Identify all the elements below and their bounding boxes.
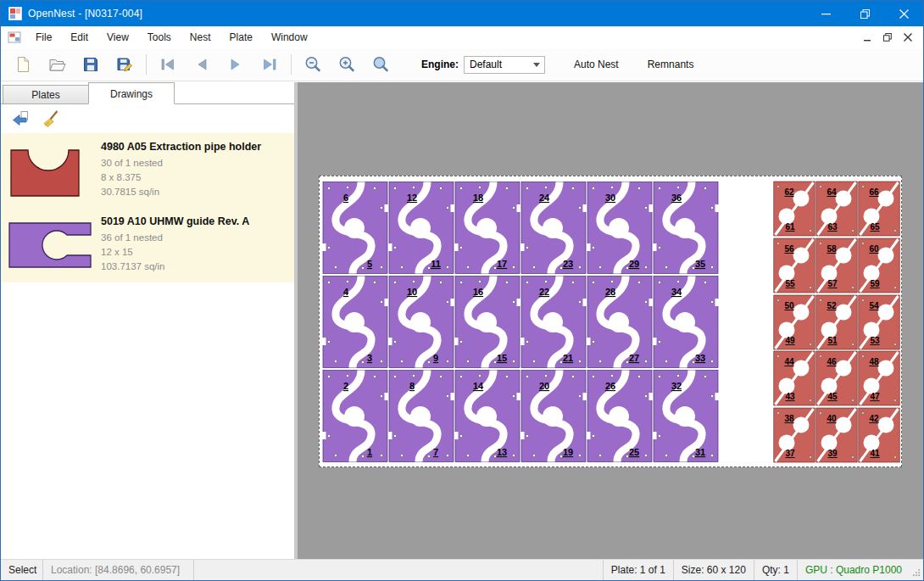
part-pair-shape: 2423 [520, 181, 587, 275]
clear-drawings-button[interactable] [40, 108, 62, 130]
mdi-restore-button[interactable] [877, 29, 898, 46]
tab-plates[interactable]: Plates [3, 85, 89, 104]
part-pair-shape: 4443 [773, 350, 815, 406]
nest-part-pair[interactable]: 1211 [388, 181, 454, 275]
nest-part-pair[interactable]: 3231 [653, 369, 719, 463]
previous-plate-button[interactable] [185, 51, 219, 78]
new-button[interactable] [6, 51, 40, 78]
document-icon [8, 31, 21, 44]
part-pair-shape: 43 [322, 275, 388, 369]
part-number: 52 [827, 301, 837, 310]
zoom-in-icon [337, 55, 356, 74]
zoom-out-button[interactable] [296, 51, 330, 78]
import-drawing-button[interactable] [9, 108, 31, 130]
drawing-area: 103.7137 sq/in [101, 260, 249, 274]
nest-part-pair[interactable]: 2221 [520, 275, 587, 369]
menu-item-nest[interactable]: Nest [181, 26, 220, 48]
engine-select[interactable]: Default [464, 56, 545, 74]
status-qty: Qty: 1 [754, 560, 797, 580]
drawing-list: 4980 A05 Extraction pipe holder 30 of 1 … [1, 133, 294, 282]
maximize-button[interactable] [845, 1, 884, 26]
part-pair-shape: 87 [388, 369, 454, 463]
nest-part-pair[interactable]: 2827 [587, 275, 653, 369]
toolbar-separator [291, 54, 292, 75]
nest-part-pair[interactable]: 21 [322, 369, 388, 463]
auto-nest-button[interactable]: Auto Nest [565, 53, 627, 75]
nest-part-pair[interactable]: 1615 [454, 275, 520, 369]
part-number: 42 [869, 414, 879, 423]
nest-part-pair[interactable]: 2423 [520, 181, 587, 275]
part-number: 17 [497, 259, 507, 269]
part-number: 56 [784, 244, 794, 254]
nest-part-pair[interactable]: 87 [388, 369, 454, 463]
nest-part-pair[interactable]: 4443 [773, 350, 815, 406]
save-as-button[interactable] [108, 51, 142, 78]
part-number: 35 [695, 259, 705, 269]
next-plate-button[interactable] [219, 51, 253, 78]
menu-item-tools[interactable]: Tools [138, 26, 181, 48]
nest-part-pair[interactable]: 4645 [815, 350, 858, 406]
part-number: 57 [827, 279, 838, 288]
part-pair-shape: 6059 [858, 237, 900, 293]
open-button[interactable] [40, 51, 74, 78]
drawing-list-item[interactable]: 4980 A05 Extraction pipe holder 30 of 1 … [1, 133, 294, 208]
open-folder-icon [47, 55, 66, 74]
nest-part-pair[interactable]: 4039 [815, 407, 858, 463]
nest-part-pair[interactable]: 43 [322, 275, 388, 369]
nest-part-pair[interactable]: 6463 [815, 181, 858, 237]
app-icon [8, 7, 22, 20]
nest-part-pair[interactable]: 109 [388, 275, 454, 369]
nest-part-pair[interactable]: 1817 [454, 181, 520, 275]
save-button[interactable] [74, 51, 108, 78]
part-number: 5 [367, 259, 372, 269]
nest-part-pair[interactable]: 6059 [858, 237, 900, 293]
zoom-fit-button[interactable] [364, 51, 398, 78]
resize-grip[interactable] [910, 560, 923, 580]
first-plate-button[interactable] [151, 51, 185, 78]
nest-part-pair[interactable]: 6261 [773, 181, 815, 237]
nest-part-pair[interactable]: 3433 [653, 275, 719, 369]
nest-part-pair[interactable]: 4847 [858, 350, 900, 406]
zoom-in-button[interactable] [330, 51, 364, 78]
nest-part-pair[interactable]: 6665 [858, 181, 900, 237]
nest-part-pair[interactable]: 2625 [587, 369, 653, 463]
menu-item-view[interactable]: View [97, 26, 138, 48]
nest-part-pair[interactable]: 5049 [773, 294, 815, 350]
nest-part-pair[interactable]: 5251 [815, 294, 858, 350]
nest-part-pair[interactable]: 1413 [454, 369, 520, 463]
drawings-toolbar [1, 104, 294, 133]
part-pair-shape: 3635 [653, 181, 719, 275]
nest-part-pair[interactable]: 5857 [815, 237, 858, 293]
part-number: 16 [473, 287, 483, 297]
part-pair-shape: 6261 [773, 181, 815, 237]
nest-canvas[interactable]: 65 1211 1817 2423 3029 [298, 82, 923, 559]
part-number: 40 [827, 414, 837, 423]
drawing-size: 12 x 15 [101, 245, 249, 260]
nest-part-pair[interactable]: 2019 [520, 369, 587, 463]
close-button[interactable] [884, 1, 923, 26]
mdi-close-button[interactable] [898, 29, 918, 46]
remnants-button[interactable]: Remnants [639, 53, 703, 75]
minimize-button[interactable] [806, 1, 845, 26]
drawing-list-item[interactable]: 5019 A10 UHMW guide Rev. A 36 of 1 neste… [1, 208, 294, 282]
main-area: Plates Drawings [1, 82, 923, 559]
part-number: 46 [827, 357, 837, 366]
tab-drawings[interactable]: Drawings [88, 82, 175, 104]
menu-item-edit[interactable]: Edit [61, 26, 97, 48]
nest-part-pair[interactable]: 65 [322, 181, 388, 275]
last-plate-button[interactable] [253, 51, 287, 78]
part-pair-shape: 2019 [520, 369, 587, 463]
menu-item-plate[interactable]: Plate [220, 26, 262, 48]
menu-item-window[interactable]: Window [262, 26, 317, 48]
mdi-minimize-button[interactable] [857, 29, 877, 46]
part-number: 33 [695, 353, 705, 363]
nest-part-pair[interactable]: 3635 [653, 181, 719, 275]
menu-item-file[interactable]: File [26, 26, 61, 48]
part-pair-shape: 1615 [454, 275, 520, 369]
menubar: File Edit View Tools Nest Plate Window [1, 26, 923, 48]
nest-part-pair[interactable]: 4241 [858, 407, 900, 463]
nest-part-pair[interactable]: 3837 [773, 407, 815, 463]
nest-part-pair[interactable]: 5453 [858, 294, 900, 350]
nest-part-pair[interactable]: 5655 [773, 237, 815, 293]
nest-part-pair[interactable]: 3029 [587, 181, 653, 275]
